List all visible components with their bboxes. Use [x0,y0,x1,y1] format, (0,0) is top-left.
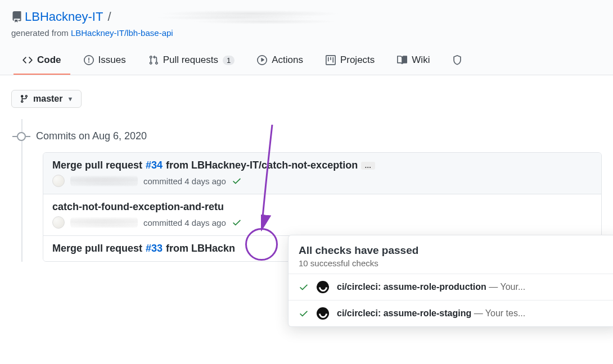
expand-message-button[interactable]: … [361,162,375,170]
branch-name: master [33,94,62,104]
owner-separator: / [105,10,113,24]
popover-header: All checks have passed 10 successful che… [289,235,613,274]
tab-projects[interactable]: Projects [317,49,384,75]
repo-name-redacted [116,9,386,25]
nav-code-label: Code [37,54,61,66]
pr-link[interactable]: #33 [146,243,163,254]
shield-icon [452,55,462,65]
annotation-arrow [261,125,283,231]
projects-icon [326,55,336,65]
commit-title-prefix: Merge pull request [52,243,142,254]
author-redacted [70,217,138,228]
commit-time: committed 4 days ago [143,176,226,186]
tab-issues[interactable]: Issues [75,49,135,75]
check-trail: — Your tes... [471,308,525,318]
nav-wiki-label: Wiki [412,54,430,66]
tab-pulls[interactable]: Pull requests 1 [139,49,244,75]
status-check-icon[interactable] [232,217,242,228]
commit-meta: committed 4 days ago [52,216,592,229]
commit-time: committed 4 days ago [143,218,226,228]
issues-icon [84,55,94,65]
pr-link[interactable]: #34 [146,160,163,171]
template-link[interactable]: LBHackney-IT/lbh-base-api [71,28,173,38]
commit-title-text: catch-not-found-exception-and-retu [52,201,224,213]
check-name: ci/circleci: assume-role-production [337,282,486,292]
checks-popover: All checks have passed 10 successful che… [288,235,613,327]
circleci-icon [317,281,329,293]
annotation-circle [245,228,278,261]
commit-meta: committed 4 days ago [52,175,592,187]
branch-icon [20,94,29,103]
commit-title[interactable]: Merge pull request #34 from LBHackney-IT… [52,160,592,171]
commit-title-prefix: Merge pull request [52,160,142,171]
pull-request-icon [148,55,159,65]
avatar[interactable] [52,175,65,187]
timeline-date-marker: Commits on Aug 6, 2020 [11,130,602,142]
check-name: ci/circleci: assume-role-staging [337,308,471,318]
popover-subtitle: 10 successful checks [299,258,609,268]
avatar[interactable] [52,216,65,229]
repo-title-row: LBHackney-IT / [11,9,602,25]
nav-projects-label: Projects [340,54,375,66]
pulls-count-badge: 1 [223,56,235,65]
repo-icon [11,11,22,22]
code-icon [22,55,33,65]
nav-actions-label: Actions [272,54,303,66]
check-success-icon [299,308,309,319]
author-redacted [70,175,138,186]
repo-generated-from: generated from LBHackney-IT/lbh-base-api [11,28,602,38]
commit-title-suffix: from LBHackn [166,243,235,254]
main-content: master ▼ Commits on Aug 6, 2020 Merge pu… [0,75,613,276]
commit-item: catch-not-found-exception-and-retu commi… [43,194,601,236]
status-check-icon[interactable] [232,176,242,186]
popover-title: All checks have passed [299,244,609,257]
circleci-icon [317,307,329,320]
check-row[interactable]: ci/circleci: assume-role-staging — Your … [289,301,613,326]
chevron-down-icon: ▼ [67,95,73,102]
branch-selector[interactable]: master ▼ [11,90,82,108]
check-success-icon [299,282,309,292]
commit-title[interactable]: catch-not-found-exception-and-retu [52,201,592,213]
tab-code[interactable]: Code [13,49,70,75]
check-trail: — Your... [486,282,525,292]
repo-header: LBHackney-IT / generated from LBHackney-… [0,0,613,75]
commit-node-icon [17,132,26,141]
tab-actions[interactable]: Actions [248,49,312,75]
nav-issues-label: Issues [98,54,126,66]
nav-pulls-label: Pull requests [163,54,218,66]
owner-link[interactable]: LBHackney-IT [25,10,103,24]
tab-wiki[interactable]: Wiki [388,49,439,75]
check-rows: ci/circleci: assume-role-production — Yo… [289,274,613,326]
generated-label: generated from [11,28,71,38]
tab-security[interactable] [443,49,462,74]
check-row[interactable]: ci/circleci: assume-role-production — Yo… [289,274,613,301]
wiki-icon [397,55,407,65]
repo-nav: Code Issues Pull requests 1 Actions Proj… [11,49,602,75]
timeline-date: Commits on Aug 6, 2020 [36,130,147,142]
actions-icon [257,55,267,65]
commit-timeline: Commits on Aug 6, 2020 Merge pull reques… [11,130,602,262]
commit-item: Merge pull request #34 from LBHackney-IT… [43,153,601,194]
